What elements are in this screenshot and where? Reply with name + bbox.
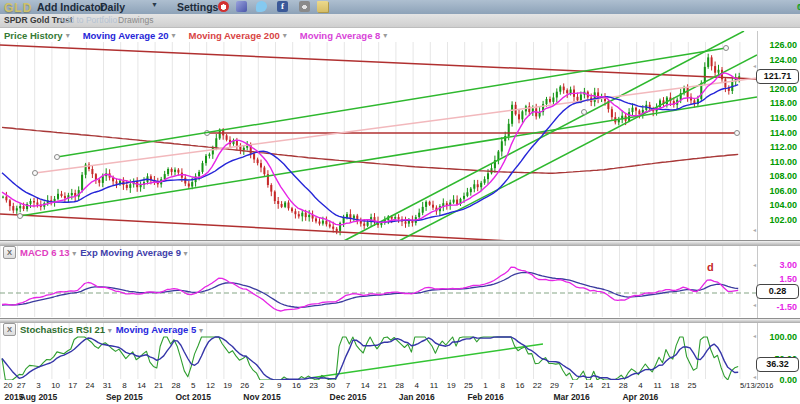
candles-group (2, 54, 740, 236)
date-tick-label: 1 (483, 381, 487, 390)
settings-button[interactable]: Settings (177, 1, 218, 13)
ma20-dropdown[interactable]: Moving Average 20▾ (83, 30, 176, 41)
price-axis-label: 126.00 (760, 40, 797, 50)
caret-down-icon[interactable]: ▾ (383, 31, 387, 40)
caret-down-icon[interactable]: ▾ (66, 31, 70, 40)
caret-down-icon[interactable]: ▾ (108, 326, 112, 335)
date-tick-label: 14 (137, 381, 146, 390)
month-label: Oct 2015 (175, 392, 210, 402)
date-tick-label: 21 (378, 381, 387, 390)
macd-line (2, 267, 738, 311)
date-tick-label: 18 (670, 381, 679, 390)
drawing-endpoint[interactable] (735, 131, 740, 136)
axis-handle-icon[interactable]: ◂ (753, 62, 756, 69)
macd-value-box: 0.28 (756, 284, 799, 299)
caret-down-icon[interactable]: ▾ (199, 326, 203, 335)
date-tick-label: 19 (447, 381, 456, 390)
add-indicator-button[interactable]: Add Indicator (37, 1, 105, 13)
drawing-endpoint[interactable] (18, 214, 23, 219)
stoch-pane-header: X Stochastics RSI 21 ▾ Moving Average 5 … (3, 323, 203, 335)
date-tick-label: 26 (240, 381, 249, 390)
interval-dropdown[interactable]: Daily (100, 1, 125, 13)
price-axis-label: 118.00 (760, 98, 797, 108)
ma8-dropdown[interactable]: Moving Average 8▾ (300, 30, 388, 41)
caret-down-icon[interactable]: ▾ (283, 31, 287, 40)
month-label: Aug 2015 (19, 392, 57, 402)
drawing-endpoint[interactable] (582, 110, 587, 115)
facebook-icon[interactable]: f (277, 1, 288, 12)
caret-down-icon[interactable]: ▾ (184, 249, 188, 258)
date-tick-label: 7 (569, 381, 573, 390)
symbol-header: SPDR Gold Trust Add to Portfolio Drawing… (0, 14, 800, 28)
price-axis-label: 106.00 (760, 186, 797, 196)
axis-handle-icon[interactable]: ◂ (753, 226, 756, 233)
month-label: Jan 2016 (399, 392, 435, 402)
date-tick-label: 30 (326, 381, 335, 390)
macd-signal-dropdown[interactable]: Exp Moving Average 9 ▾ (80, 247, 187, 258)
trendline-drawing[interactable] (0, 214, 548, 243)
last-price-box: 121.71 (756, 69, 799, 84)
stoch-value-box: 36.32 (756, 357, 799, 372)
axis-handle-icon[interactable]: ◂ (753, 261, 756, 268)
add-to-portfolio-link[interactable]: Add to Portfolio (59, 15, 117, 25)
month-label: Sep 2015 (106, 392, 143, 402)
date-tick-label: 11 (653, 381, 661, 390)
trendline-drawing[interactable] (20, 97, 757, 216)
drawing-endpoint[interactable] (33, 171, 38, 176)
macd-axis-label: -1.50 (760, 302, 797, 312)
stoch-dropdown[interactable]: Stochastics RSI 21 ▾ (20, 324, 112, 335)
date-tick-label: 20 (4, 381, 13, 390)
cube-chart-icon[interactable] (236, 1, 247, 12)
macd-dropdown[interactable]: MACD 6 13 ▾ (20, 247, 76, 258)
drawing-endpoint[interactable] (724, 46, 729, 51)
month-label: Dec 2015 (330, 392, 367, 402)
month-label: Mar 2016 (553, 392, 589, 402)
macd-pane-header: X MACD 6 13 ▾ Exp Moving Average 9 ▾ (3, 246, 188, 258)
price-axis-label: 110.00 (760, 157, 797, 167)
date-tick-label: 4 (638, 381, 642, 390)
date-tick-label: 31 (103, 381, 112, 390)
trendline-drawing[interactable] (395, 55, 757, 243)
trendline-drawing[interactable] (310, 344, 543, 378)
caret-down-icon[interactable]: ▾ (72, 249, 76, 258)
stoch-ma-dropdown[interactable]: Moving Average 5 ▾ (116, 324, 203, 335)
date-tick-label: 28 (172, 381, 181, 390)
twitter-icon[interactable] (256, 1, 267, 12)
price-history-dropdown[interactable]: Price History▾ (4, 30, 70, 41)
date-tick-label: 25 (464, 381, 473, 390)
alarm-icon[interactable] (218, 1, 229, 12)
notes-icon[interactable] (317, 1, 328, 12)
interval-caret-icon[interactable]: ▼ (151, 1, 158, 8)
axis-handle-icon[interactable]: ◂ (753, 373, 756, 380)
date-tick-label: 22 (533, 381, 542, 390)
axis-handle-icon[interactable]: ◂ (753, 301, 756, 308)
close-pane-button[interactable]: X (3, 323, 16, 336)
month-label: Apr 2016 (622, 392, 658, 402)
date-tick-label: 27 (17, 381, 26, 390)
camera-icon[interactable] (299, 1, 310, 12)
date-tick-label: 21 (602, 381, 611, 390)
axis-handle-icon[interactable]: ◂ (753, 332, 756, 339)
macd-axis-label: 3.00 (760, 260, 797, 270)
chart-canvas[interactable] (0, 0, 800, 404)
stoch-rsi-line (2, 337, 738, 380)
close-pane-button[interactable]: X (3, 246, 16, 259)
date-tick-label: 5 (191, 381, 195, 390)
drawings-menu[interactable]: Drawings (118, 15, 153, 25)
stoch-axis-label: 100.00 (760, 332, 797, 342)
drawing-endpoint[interactable] (55, 155, 60, 160)
ma200-dropdown[interactable]: Moving Average 200▾ (189, 30, 287, 41)
month-label: Feb 2016 (467, 392, 503, 402)
date-tick-label: 8 (501, 381, 505, 390)
caret-down-icon[interactable]: ▾ (172, 31, 176, 40)
toolbar: GLD Add Indicator Daily ▼ Settings f ↑ 0… (0, 0, 800, 15)
date-tick-label: 24 (86, 381, 95, 390)
price-indicator-row: Price History▾ Moving Average 20▾ Moving… (0, 29, 387, 42)
date-tick-label: 14 (361, 381, 370, 390)
price-axis-label: 102.00 (760, 215, 797, 225)
date-tick-label: 12 (206, 381, 215, 390)
date-tick-label: 4 (415, 381, 419, 390)
stoch-axis-label: 0.00 (760, 375, 797, 385)
date-tick-label: 25 (688, 381, 697, 390)
macd-axis-label: 1.50 (760, 274, 797, 284)
